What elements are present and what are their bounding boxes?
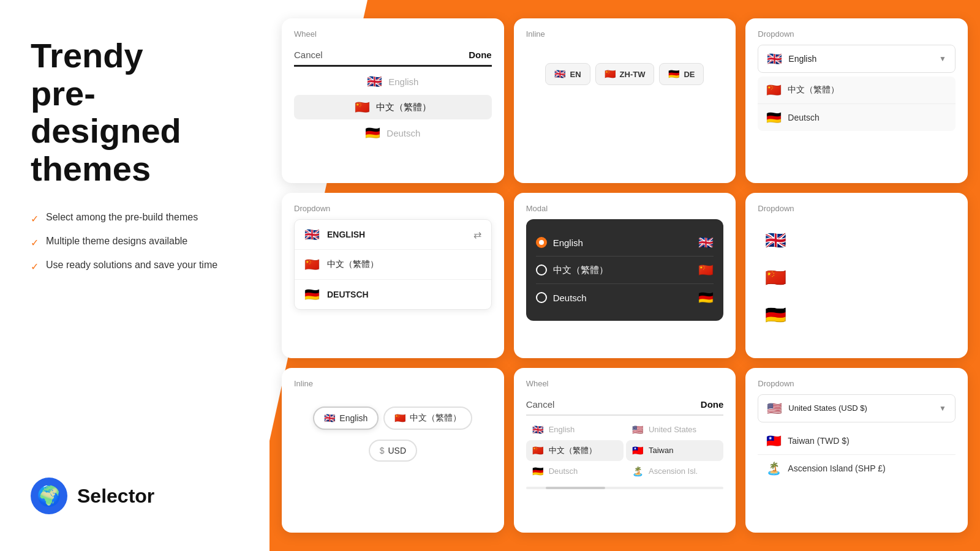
check-icon: ✓ <box>31 213 39 225</box>
flag-gb-icon: 🇬🇧 <box>698 235 714 250</box>
logo-area: 🌍 Selector <box>31 478 239 514</box>
card2-label: Inline <box>526 29 724 39</box>
modal-content: English 🇬🇧 中文（繁體） 🇨🇳 Deutsch 🇩🇪 <box>526 219 724 321</box>
card6-label: Dropdown <box>758 204 956 213</box>
dropdown-list-item[interactable]: 🇩🇪 Deutsch <box>758 104 956 131</box>
card-dropdown-2: Dropdown 🇬🇧 ENGLISH ⇄ 🇨🇳 中文（繁體） 🇩🇪 DEUTS… <box>282 193 504 358</box>
wheel-done-2[interactable]: Done <box>701 399 724 410</box>
flag-us-icon: 🇺🇸 <box>767 401 782 416</box>
card9-label: Dropdown <box>758 379 956 388</box>
dropdown-list-item[interactable]: 🇨🇳 中文（繁體） <box>758 77 956 104</box>
wheel-col-item-selected[interactable]: 🇹🇼 Taiwan <box>626 440 723 461</box>
pill-btn-zh[interactable]: 🇨🇳 中文（繁體） <box>383 407 472 430</box>
dropdown-open-item-zh[interactable]: 🇨🇳 中文（繁體） <box>295 250 491 280</box>
flag-gb-icon: 🇬🇧 <box>324 413 336 424</box>
wheel-item[interactable]: 🇬🇧 English <box>294 69 492 94</box>
feature-item: ✓ Multiple theme designs available <box>31 236 239 249</box>
curr-list-item-tw[interactable]: 🇹🇼 Taiwan (TWD $) <box>758 427 956 455</box>
flag-de-icon: 🇩🇪 <box>532 466 544 477</box>
logo-globe: 🌍 <box>31 478 67 514</box>
wheel-col-item[interactable]: 🇩🇪 Deutsch <box>526 461 624 482</box>
flag-cn-icon: 🇨🇳 <box>605 69 616 80</box>
check-icon: ✓ <box>31 237 39 249</box>
card7-label: Inline <box>294 379 492 388</box>
wheel-cancel-1[interactable]: Cancel <box>294 50 323 60</box>
wheel-item[interactable]: 🇩🇪 Deutsch <box>294 121 492 145</box>
pill-btn-en[interactable]: 🇬🇧 English <box>313 407 379 430</box>
features-list: ✓ Select among the pre-build themes ✓ Mu… <box>31 212 239 272</box>
card8-label: Wheel <box>526 379 724 388</box>
dropdown-selected-1[interactable]: 🇬🇧 English ▼ <box>758 45 956 73</box>
flag-cn-icon: 🇨🇳 <box>304 257 320 272</box>
chevron-down-icon: ▼ <box>939 54 946 63</box>
flag-gb-icon: 🇬🇧 <box>767 51 782 66</box>
dropdown-list-1: 🇨🇳 中文（繁體） 🇩🇪 Deutsch <box>758 77 956 131</box>
modal-item-zh[interactable]: 中文（繁體） 🇨🇳 <box>536 257 714 284</box>
wheel-header-2: Cancel Done <box>526 394 724 416</box>
card-dropdown-icons: Dropdown 🇬🇧 🇨🇳 🇩🇪 <box>745 193 968 358</box>
wheel-items-1: 🇬🇧 English 🇨🇳 中文（繁體） 🇩🇪 Deutsch <box>294 69 492 145</box>
modal-item-en[interactable]: English 🇬🇧 <box>536 229 714 257</box>
dropdown-open-item-de[interactable]: 🇩🇪 DEUTSCH <box>295 280 491 309</box>
curr-list-item-ac[interactable]: 🏝️ Ascension Island (SHP £) <box>758 455 956 482</box>
scrollbar-track <box>526 487 724 489</box>
main-title: Trendy pre-designed themes <box>31 37 239 187</box>
dropdown-open-list: 🇬🇧 ENGLISH ⇄ 🇨🇳 中文（繁體） 🇩🇪 DEUTSCH <box>294 219 492 310</box>
wheel-item-selected[interactable]: 🇨🇳 中文（繁體） <box>294 95 492 119</box>
flag-de-icon: 🇩🇪 <box>668 69 680 80</box>
flag-de-icon: 🇩🇪 <box>698 290 714 305</box>
radio-selected-icon <box>536 237 547 248</box>
flag-icon: 🇩🇪 <box>365 126 380 140</box>
wheel-done-1[interactable]: Done <box>469 50 492 60</box>
radio-unselected-icon <box>536 264 547 276</box>
flag-tw-icon: 🇹🇼 <box>766 433 782 448</box>
card-inline-1: Inline 🇬🇧 EN 🇨🇳 ZH-TW 🇩🇪 DE <box>514 18 736 183</box>
flag-cn-icon: 🇨🇳 <box>766 83 782 97</box>
wheel-col-item[interactable]: 🏝️ Ascension Isl. <box>626 461 723 482</box>
button-group: 🇬🇧 English 🇨🇳 中文（繁體） <box>294 407 492 430</box>
left-panel: Trendy pre-designed themes ✓ Select amon… <box>0 0 270 551</box>
translate-icon: ⇄ <box>473 229 481 241</box>
wheel-cancel-2[interactable]: Cancel <box>526 399 555 410</box>
inline-btn-de[interactable]: 🇩🇪 DE <box>659 63 704 85</box>
flag-cn-icon: 🇨🇳 <box>394 413 406 424</box>
wheel-col-item[interactable]: 🇺🇸 United States <box>626 419 723 440</box>
pill-btn-currency[interactable]: $ USD <box>369 440 417 462</box>
wheel-col-item-selected[interactable]: 🇨🇳 中文（繁體） <box>526 440 624 461</box>
curr-selected[interactable]: 🇺🇸 United States (USD $) ▼ <box>758 394 956 422</box>
card3-label: Dropdown <box>758 29 956 39</box>
flag-de-icon: 🇩🇪 <box>766 110 782 125</box>
flag-tw-icon: 🇹🇼 <box>632 445 644 456</box>
inline-btn-en[interactable]: 🇬🇧 EN <box>545 63 590 85</box>
feature-item: ✓ Use ready solutions and save your time <box>31 260 239 272</box>
scrollbar-thumb <box>546 487 605 489</box>
icon-row-gb[interactable]: 🇬🇧 <box>758 225 956 255</box>
flag-icon: 🇨🇳 <box>355 100 370 114</box>
modal-item-de[interactable]: Deutsch 🇩🇪 <box>536 284 714 311</box>
inline-btn-zh[interactable]: 🇨🇳 ZH-TW <box>595 63 655 85</box>
card5-label: Modal <box>526 204 724 213</box>
flag-ac-icon: 🏝️ <box>766 461 782 476</box>
flag-ac-icon: 🏝️ <box>632 466 644 477</box>
flag-gb-icon: 🇬🇧 <box>304 227 320 242</box>
icon-row-cn[interactable]: 🇨🇳 <box>758 263 956 293</box>
card-wheel-1: Wheel Cancel Done 🇬🇧 English 🇨🇳 中文（繁體） 🇩… <box>282 18 504 183</box>
wheel-col-item[interactable]: 🇬🇧 English <box>526 419 624 440</box>
flag-gb-icon: 🇬🇧 <box>554 69 566 80</box>
radio-unselected-icon <box>536 292 547 303</box>
card4-label: Dropdown <box>294 204 492 213</box>
dropdown-open-item-en[interactable]: 🇬🇧 ENGLISH ⇄ <box>295 220 491 250</box>
logo-text: Selector <box>77 485 154 508</box>
icon-row-de[interactable]: 🇩🇪 <box>758 300 956 330</box>
flag-gb-icon: 🇬🇧 <box>532 424 544 435</box>
modal-item-left: 中文（繁體） <box>536 264 608 276</box>
card-modal: Modal English 🇬🇧 中文（繁體） 🇨🇳 Deuts <box>514 193 736 358</box>
flag-us-icon: 🇺🇸 <box>632 424 644 435</box>
feature-item: ✓ Select among the pre-build themes <box>31 212 239 225</box>
modal-item-left: English <box>536 237 583 248</box>
card-dropdown-1: Dropdown 🇬🇧 English ▼ 🇨🇳 中文（繁體） 🇩🇪 Deuts… <box>745 18 968 183</box>
inline-buttons-1: 🇬🇧 EN 🇨🇳 ZH-TW 🇩🇪 DE <box>526 63 724 85</box>
flag-cn-large-icon: 🇨🇳 <box>765 268 786 288</box>
card-wheel-2: Wheel Cancel Done 🇬🇧 English 🇨🇳 中文（繁體） 🇩… <box>514 368 736 533</box>
card-currency-dropdown: Dropdown 🇺🇸 United States (USD $) ▼ 🇹🇼 T… <box>745 368 968 533</box>
